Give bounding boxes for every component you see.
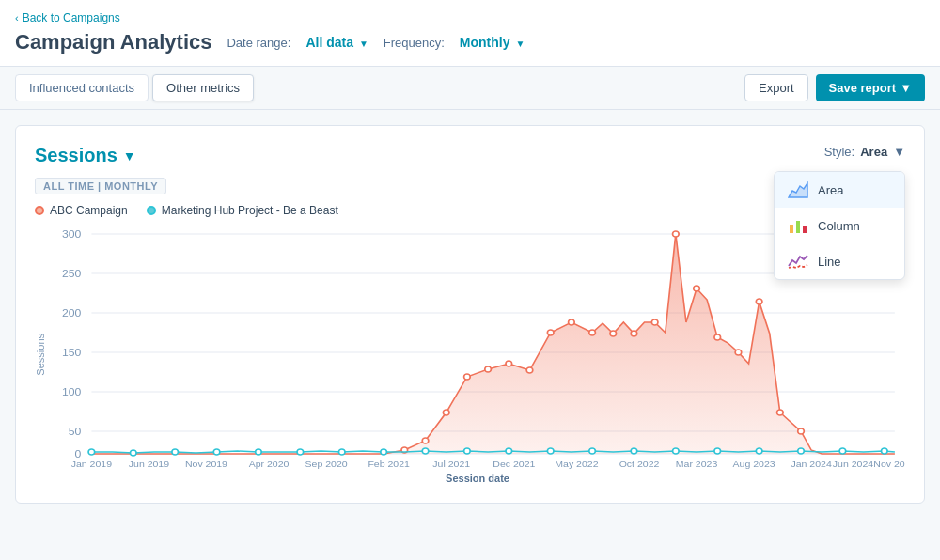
legend-item-abc: ABC Campaign: [35, 204, 128, 217]
svg-point-33: [714, 334, 721, 340]
svg-point-19: [422, 438, 429, 443]
frequency-dropdown[interactable]: Monthly ▼: [460, 35, 525, 50]
sessions-title[interactable]: Sessions ▼: [35, 145, 136, 166]
svg-rect-3: [803, 226, 807, 233]
svg-point-21: [464, 374, 471, 380]
svg-text:Jun 2024: Jun 2024: [833, 459, 874, 468]
date-range-label: Date range:: [227, 36, 290, 50]
svg-point-48: [506, 448, 512, 454]
date-range-dropdown[interactable]: All data ▼: [306, 35, 368, 50]
svg-point-41: [213, 449, 220, 455]
svg-point-26: [569, 319, 575, 325]
style-chevron-icon: ▼: [893, 145, 905, 159]
export-button[interactable]: Export: [744, 74, 808, 101]
svg-point-27: [589, 330, 596, 335]
svg-point-34: [735, 350, 742, 355]
page-title: Campaign Analytics: [15, 30, 212, 54]
legend-label-mhp: Marketing Hub Project - Be a Beast: [162, 204, 338, 217]
svg-point-51: [631, 448, 637, 454]
style-option-area[interactable]: Area: [775, 172, 904, 208]
svg-text:Nov 2019: Nov 2019: [185, 459, 227, 468]
svg-text:250: 250: [62, 268, 81, 279]
frequency-label: Frequency:: [384, 36, 445, 50]
save-report-button[interactable]: Save report ▼: [816, 74, 925, 101]
svg-point-55: [798, 448, 805, 454]
tab-group: Influenced contacts Other metrics: [15, 74, 254, 101]
svg-point-42: [256, 449, 262, 455]
style-selector[interactable]: Style: Area ▼: [824, 145, 905, 159]
svg-point-53: [714, 448, 721, 454]
date-range-chevron-icon: ▼: [359, 39, 368, 49]
svg-point-40: [172, 449, 179, 455]
svg-point-38: [88, 449, 95, 455]
svg-text:300: 300: [62, 228, 81, 240]
svg-text:Feb 2021: Feb 2021: [368, 459, 410, 468]
area-chart-icon: [788, 181, 808, 198]
time-badge: ALL TIME | MONTHLY: [35, 178, 166, 194]
svg-text:May 2022: May 2022: [555, 459, 599, 468]
style-dropdown-area: Style: Area ▼ Area: [824, 145, 905, 159]
y-axis-label: Sessions: [35, 334, 46, 376]
chart-header: Sessions ▼ Style: Area ▼: [35, 145, 905, 166]
svg-point-43: [297, 449, 304, 455]
svg-text:0: 0: [74, 448, 81, 459]
style-option-line[interactable]: Line: [775, 243, 904, 279]
svg-point-31: [673, 231, 680, 237]
svg-point-47: [464, 448, 471, 454]
svg-marker-0: [789, 183, 807, 197]
title-row: Campaign Analytics Date range: All data …: [15, 30, 925, 54]
tab-other-metrics[interactable]: Other metrics: [152, 74, 254, 101]
svg-text:Jun 2019: Jun 2019: [129, 459, 170, 468]
svg-text:Apr 2020: Apr 2020: [249, 459, 290, 468]
style-dropdown-menu: Area Column: [774, 171, 905, 280]
svg-text:Nov 2024: Nov 2024: [873, 459, 905, 468]
svg-text:Mar 2023: Mar 2023: [676, 459, 718, 468]
svg-point-29: [631, 331, 637, 336]
svg-point-54: [756, 448, 762, 454]
legend-label-abc: ABC Campaign: [50, 204, 128, 217]
svg-point-56: [839, 448, 846, 454]
back-to-campaigns-link[interactable]: ‹ Back to Campaigns: [15, 11, 120, 24]
tab-bar: Influenced contacts Other metrics Export…: [0, 67, 940, 110]
svg-point-39: [130, 450, 136, 456]
svg-point-28: [610, 331, 617, 336]
save-report-chevron-icon: ▼: [900, 81, 912, 95]
svg-text:Dec 2021: Dec 2021: [493, 459, 535, 468]
svg-text:200: 200: [62, 307, 81, 319]
tab-influenced-contacts[interactable]: Influenced contacts: [15, 74, 149, 101]
svg-text:150: 150: [62, 347, 81, 358]
frequency-chevron-icon: ▼: [515, 39, 525, 49]
column-chart-icon: [788, 217, 808, 234]
svg-point-25: [547, 330, 554, 335]
svg-text:Oct 2022: Oct 2022: [619, 459, 660, 468]
svg-point-57: [881, 448, 887, 454]
svg-text:Jul 2021: Jul 2021: [432, 459, 470, 468]
svg-text:Aug 2023: Aug 2023: [733, 459, 776, 468]
svg-rect-2: [796, 221, 800, 233]
svg-point-46: [422, 448, 429, 454]
svg-point-23: [506, 361, 512, 366]
svg-point-45: [381, 449, 387, 455]
svg-point-44: [338, 449, 345, 455]
back-label: Back to Campaigns: [23, 11, 120, 24]
svg-point-30: [651, 319, 658, 325]
style-current-value: Area: [860, 145, 887, 159]
svg-point-32: [694, 286, 700, 291]
svg-text:Jan 2024: Jan 2024: [791, 459, 832, 468]
svg-text:100: 100: [62, 386, 81, 397]
svg-point-36: [777, 410, 784, 415]
action-group: Export Save report ▼: [744, 74, 925, 101]
svg-point-24: [526, 367, 533, 373]
svg-point-49: [547, 448, 554, 454]
legend-dot-abc: [35, 206, 44, 215]
svg-point-22: [485, 366, 492, 372]
svg-point-35: [756, 299, 762, 304]
chart-card: Sessions ▼ Style: Area ▼: [15, 125, 925, 504]
svg-rect-1: [790, 225, 793, 233]
style-option-column[interactable]: Column: [775, 208, 904, 243]
svg-point-20: [443, 410, 449, 415]
svg-text:50: 50: [69, 426, 82, 437]
svg-text:Jan 2019: Jan 2019: [71, 459, 113, 468]
line-chart-icon: [788, 253, 808, 270]
svg-point-52: [673, 448, 680, 454]
